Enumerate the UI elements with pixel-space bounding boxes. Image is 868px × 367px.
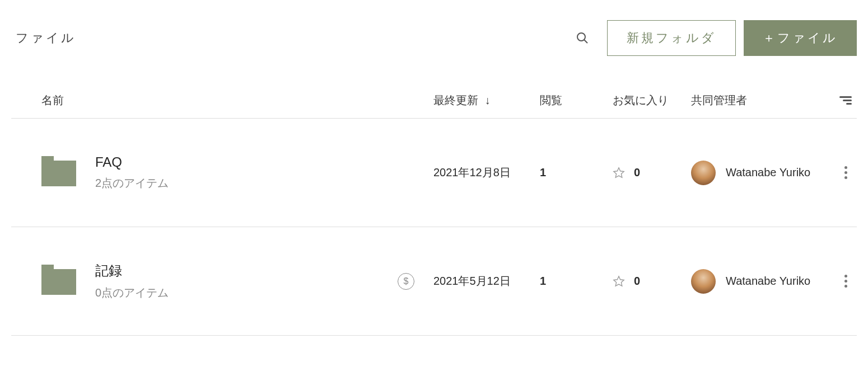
svg-marker-3 (614, 276, 624, 285)
column-header-name[interactable]: 名前 (41, 93, 433, 108)
page-title: ファイル (11, 30, 571, 46)
item-name: 記録 (95, 262, 169, 280)
column-header-favorites[interactable]: お気に入り (613, 93, 691, 108)
search-icon (576, 31, 589, 45)
folder-icon (41, 159, 76, 186)
search-button[interactable] (571, 27, 594, 49)
owner-name: Watanabe Yuriko (726, 275, 810, 288)
row-more-button[interactable] (834, 275, 857, 288)
item-name: FAQ (95, 154, 169, 170)
kebab-icon (844, 275, 847, 288)
cell-views: 1 (540, 166, 613, 179)
column-header-updated[interactable]: 最終更新 ↓ (433, 93, 540, 108)
table-header: 名前 最終更新 ↓ 閲覧 お気に入り 共同管理者 (11, 83, 857, 119)
cell-updated: 2021年12月8日 (433, 165, 540, 180)
svg-marker-2 (614, 167, 624, 177)
cell-updated: 2021年5月12日 (433, 274, 540, 289)
cell-owner: Watanabe Yuriko (691, 161, 834, 185)
kebab-icon (844, 166, 847, 179)
sort-arrow-down-icon: ↓ (485, 94, 491, 106)
sort-icon (839, 96, 852, 105)
dollar-badge-icon: $ (398, 273, 414, 290)
table-row[interactable]: 記録 0点のアイテム $ 2021年5月12日 1 0 Watanabe Yur… (11, 227, 857, 336)
page-header: ファイル 新規フォルダ ＋ファイル (11, 20, 857, 56)
star-outline-icon (613, 167, 625, 179)
avatar (691, 269, 716, 294)
star-outline-icon (613, 275, 625, 288)
favorites-count: 0 (634, 275, 640, 288)
cell-favorites[interactable]: 0 (613, 166, 691, 179)
folder-icon (41, 268, 76, 295)
item-subtitle: 2点のアイテム (95, 176, 169, 191)
table-row[interactable]: FAQ 2点のアイテム 2021年12月8日 1 0 Watanabe Yuri… (11, 119, 857, 227)
cell-favorites[interactable]: 0 (613, 275, 691, 288)
cell-name: FAQ 2点のアイテム (41, 154, 433, 191)
avatar (691, 161, 716, 185)
column-header-owner[interactable]: 共同管理者 (691, 93, 834, 108)
column-header-updated-label: 最終更新 (433, 94, 478, 106)
cell-owner: Watanabe Yuriko (691, 269, 834, 294)
owner-name: Watanabe Yuriko (726, 166, 810, 179)
svg-point-0 (577, 33, 585, 41)
favorites-count: 0 (634, 166, 640, 179)
row-more-button[interactable] (834, 166, 857, 179)
cell-views: 1 (540, 275, 613, 288)
new-folder-button[interactable]: 新規フォルダ (607, 20, 736, 56)
svg-line-1 (584, 40, 587, 43)
column-header-views[interactable]: 閲覧 (540, 93, 613, 108)
item-subtitle: 0点のアイテム (95, 285, 169, 300)
cell-name: 記録 0点のアイテム $ (41, 262, 433, 300)
sort-options-button[interactable] (834, 96, 857, 105)
add-file-button[interactable]: ＋ファイル (744, 20, 857, 56)
